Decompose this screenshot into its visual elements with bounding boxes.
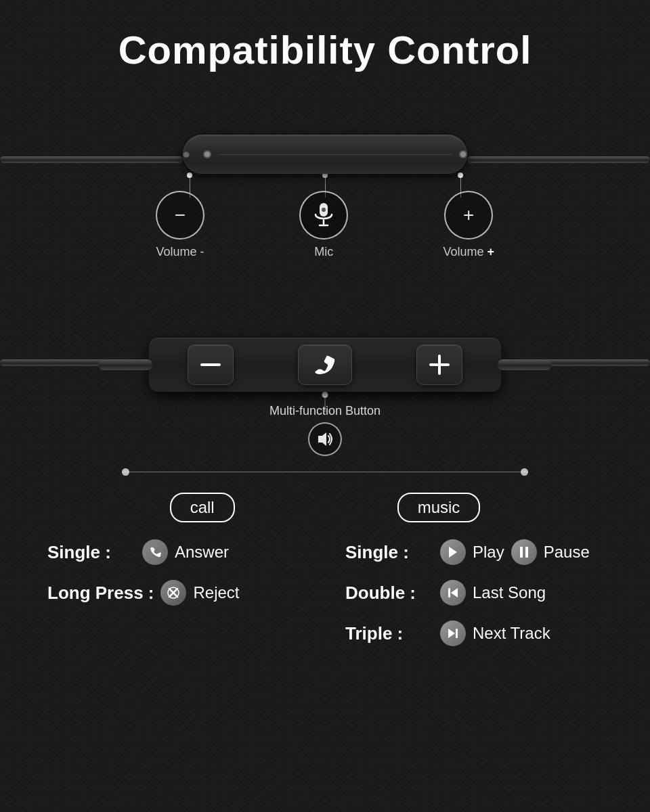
mic-item: Mic [299, 191, 348, 259]
btn-volume-minus [188, 344, 234, 385]
connector-dot-left [203, 150, 211, 158]
pause-text: Pause [544, 543, 590, 562]
plus-icon [429, 355, 450, 375]
music-double-label: Double : [345, 583, 433, 604]
pause-icon [511, 539, 537, 565]
call-icon-svg [311, 355, 339, 375]
call-column: Single : Answer Long Press : [47, 539, 305, 661]
next-track-text: Next Track [473, 624, 550, 643]
music-badge: music [397, 493, 481, 522]
music-single-label: Single : [345, 542, 433, 563]
music-double-row: Double : Last Song [345, 580, 603, 606]
remote-lower-body [149, 338, 501, 392]
volume-minus-item: − Volume - [156, 191, 204, 259]
btn-volume-plus [416, 344, 462, 385]
remote-upper-body [183, 135, 467, 174]
btn-volume-minus-square [188, 344, 234, 385]
reject-icon [160, 580, 186, 606]
svg-rect-10 [520, 547, 523, 558]
mic-svg [313, 202, 334, 228]
call-longpress-text: Reject [193, 583, 239, 602]
cable-line-left [0, 156, 183, 163]
page-title: Compatibility Control [0, 0, 650, 72]
lower-remote-section: Multi-function Button [0, 323, 650, 458]
call-longpress-row: Long Press : Reject [47, 580, 305, 606]
connector-dot-right [459, 150, 467, 158]
volume-plus-label: Volume + [443, 245, 494, 259]
upper-remote-section: − Volume - Mic + [0, 86, 650, 316]
btn-volume-plus-square [416, 344, 462, 385]
mfb-label-text: Multi-function Button [269, 404, 381, 418]
call-single-row: Single : Answer [47, 539, 305, 565]
next-icon [440, 621, 466, 646]
mic-icon-circle [299, 191, 348, 240]
svg-rect-11 [525, 547, 528, 558]
volume-plus-icon: + [444, 191, 493, 240]
play-text: Play [473, 543, 504, 562]
svg-marker-14 [448, 629, 455, 638]
answer-icon [142, 539, 168, 565]
music-triple-label: Triple : [345, 623, 433, 644]
minus-icon [200, 363, 221, 366]
volume-minus-icon: − [156, 191, 204, 240]
music-triple-row: Triple : Next Track [345, 621, 603, 646]
volume-plus-item: + Volume + [443, 191, 494, 259]
features-container: Single : Answer Long Press : [0, 539, 650, 661]
mic-label: Mic [314, 245, 333, 259]
svg-marker-5 [318, 432, 326, 446]
icons-row: − Volume - Mic + [156, 191, 494, 259]
volume-minus-label: Volume - [156, 245, 204, 259]
svg-marker-9 [449, 547, 457, 558]
horizontal-line [122, 472, 528, 472]
mfb-icon-circle [308, 422, 342, 456]
call-single-label: Single : [47, 542, 135, 563]
btn-multifunction [298, 344, 352, 385]
music-single-row: Single : Play Pause [345, 539, 603, 565]
speaker-icon [316, 431, 334, 447]
call-badge: call [170, 493, 235, 522]
music-column: Single : Play Pause Double : [345, 539, 603, 661]
cable-line-right [467, 156, 650, 163]
play-icon [440, 539, 466, 565]
bottom-section: call music Single : Answer Long Press : [0, 472, 650, 661]
last-song-text: Last Song [473, 583, 546, 602]
categories-row: call music [0, 493, 650, 522]
svg-rect-13 [448, 588, 450, 597]
mfb-label-container: Multi-function Button [269, 404, 381, 456]
svg-rect-15 [456, 629, 458, 638]
svg-marker-12 [451, 588, 458, 597]
btn-call-square [298, 344, 352, 385]
call-longpress-label: Long Press : [47, 583, 154, 604]
call-single-text: Answer [175, 543, 229, 562]
prev-icon [440, 580, 466, 606]
